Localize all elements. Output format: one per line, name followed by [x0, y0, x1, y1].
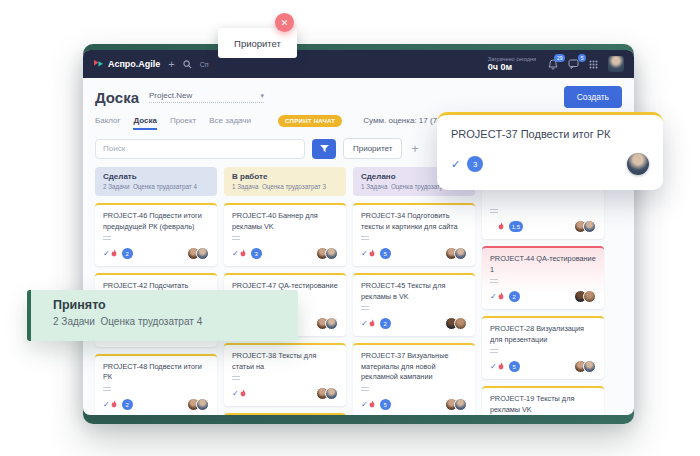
page-header: Доска Project.New ▾ Создать — [83, 78, 634, 111]
check-icon: ✓ — [361, 319, 368, 328]
task-footer: ✓ 2 — [490, 290, 596, 303]
check-icon: ✓ — [232, 389, 239, 398]
estimate-badge: 3 — [467, 156, 483, 172]
task-title: PROJECT-44 QA-тестирование 1 — [490, 254, 596, 275]
tab-all-tasks[interactable]: Все задачи — [209, 116, 251, 130]
task-footer: ✓ 1.5 — [490, 220, 596, 233]
assignee-avatar[interactable] — [196, 247, 209, 260]
user-avatar[interactable] — [608, 56, 624, 72]
assignee-avatar[interactable] — [325, 247, 338, 260]
check-icon: ✓ — [490, 292, 497, 301]
check-icon: ✓ — [451, 158, 460, 171]
estimate-badge: 3 — [251, 248, 262, 259]
task-card[interactable]: PROJECT-38 Тексты для статьи на ✓ — [224, 343, 346, 406]
messages-count-badge: 5 — [578, 54, 586, 62]
task-footer: ✓ 3 — [232, 247, 338, 260]
check-icon: ✓ — [361, 249, 368, 258]
priority-filter-chip[interactable]: Приоритет — [343, 138, 402, 159]
avatar-group — [574, 220, 596, 233]
task-footer: ✓ 2 — [361, 317, 467, 330]
avatar-group — [445, 247, 467, 260]
notifications-bell-icon[interactable]: 29 — [548, 59, 558, 70]
estimate-badge: 5 — [380, 399, 391, 410]
add-filter-button[interactable]: + — [409, 143, 420, 155]
task-title: PROJECT-48 Подвести итоги РК — [103, 362, 209, 383]
task-card[interactable]: PROJECT-34 Подготовить тексты и картинки… — [353, 203, 475, 266]
apps-grid-icon[interactable] — [589, 60, 598, 69]
assignee-avatar[interactable] — [583, 220, 596, 233]
filter-button[interactable] — [312, 139, 336, 159]
column-title: В работе — [232, 172, 338, 181]
task-title: PROJECT-28 Визуализация для презентации — [490, 324, 596, 345]
column-done: Сделано 1 Задача Оценка трудозатрат PROJ… — [353, 167, 475, 415]
check-icon: ✓ — [232, 249, 239, 258]
avatar-group — [187, 247, 209, 260]
check-icon: ✓ — [361, 400, 368, 409]
task-card[interactable]: PROJECT-45 Тексты для рекламы в VK ✓ 2 — [353, 273, 475, 336]
description-icon — [490, 279, 498, 284]
assignee-avatar[interactable] — [454, 247, 467, 260]
task-card[interactable]: PROJECT-19 Тексты для рекламы VK ✓ 5 — [482, 386, 604, 415]
flame-icon — [497, 222, 505, 232]
avatar-group — [445, 317, 467, 330]
nav-menu-text[interactable]: Сп — [200, 61, 209, 68]
task-card[interactable]: PROJECT-28 Визуализация для презентации … — [482, 316, 604, 379]
time-spent-value: 0ч 0м — [488, 62, 536, 72]
create-button[interactable]: Создать — [564, 86, 622, 108]
search-input[interactable] — [95, 139, 305, 159]
avatar-group — [316, 317, 338, 330]
notifications-count-badge: 29 — [554, 54, 565, 62]
estimate-badge: 2 — [122, 248, 133, 259]
estimate-badge: 5 — [380, 248, 391, 259]
task-card[interactable]: теории ✓ 3 — [224, 413, 346, 415]
task-card[interactable]: PROJECT-44 QA-тестирование 1 ✓ 2 — [482, 246, 604, 309]
task-title: PROJECT-34 Подготовить тексты и картинки… — [361, 211, 467, 232]
app-logo[interactable]: Аспро.Agile — [93, 59, 160, 69]
close-icon[interactable]: ✕ — [275, 13, 294, 32]
callout-subtitle: 2 Задачи Оценка трудозатрат 4 — [53, 316, 298, 327]
task-card[interactable]: PROJECT-40 Баннер для рекламы VK ✓ 3 — [224, 203, 346, 266]
navbar-right: Затрачено сегодня 0ч 0м 29 5 — [488, 56, 624, 72]
description-icon — [490, 349, 498, 354]
tab-board[interactable]: Доска — [133, 116, 156, 130]
column-header: В работе 1 Задача Оценка трудозатрат 3 — [224, 167, 346, 196]
description-icon — [103, 236, 111, 241]
flame-icon — [368, 400, 376, 410]
flame-icon — [239, 249, 247, 259]
flame-icon — [497, 362, 505, 372]
tab-project[interactable]: Проект — [170, 116, 196, 130]
assignee-avatar[interactable] — [583, 360, 596, 373]
search-icon[interactable] — [183, 60, 192, 69]
task-card[interactable]: PROJECT-48 Подвести итоги РК ✓ 2 — [95, 354, 217, 415]
column-subtitle: 1 Задача Оценка трудозатрат 3 — [232, 183, 338, 190]
check-icon: ✓ — [103, 249, 110, 258]
description-icon — [103, 387, 111, 392]
accepted-column-callout: Принято 2 Задачи Оценка трудозатрат 4 — [27, 290, 298, 341]
column-title: Сделать — [103, 172, 209, 181]
add-quick-button[interactable]: + — [168, 59, 174, 70]
messages-icon[interactable]: 5 — [568, 59, 579, 69]
task-title: PROJECT-46 Подвести итоги предыдущей РК … — [103, 211, 209, 232]
tab-backlog[interactable]: Баклог — [95, 116, 120, 130]
task-card[interactable]: PROJECT-37 Визуальные материалы для ново… — [353, 343, 475, 415]
top-navbar: Аспро.Agile + Сп Затрачено сегодня 0ч 0м… — [83, 50, 634, 78]
assignee-avatar[interactable] — [583, 290, 596, 303]
flame-icon — [110, 249, 118, 259]
highlighted-task-card[interactable]: PROJECT-37 Подвести итог РК ✓ 3 — [437, 112, 663, 190]
assignee-avatar[interactable] — [454, 398, 467, 411]
assignee-avatar[interactable] — [454, 317, 467, 330]
assignee-avatar[interactable] — [325, 317, 338, 330]
column-accepted: ✓ 1.5 PROJECT-44 QA-тестирование 1 ✓ 2 — [482, 167, 604, 415]
assignee-avatar[interactable] — [196, 398, 209, 411]
check-icon: ✓ — [103, 400, 110, 409]
task-card[interactable]: ✓ 1.5 — [482, 187, 604, 239]
assignee-avatar[interactable] — [325, 387, 338, 400]
chevron-down-icon: ▾ — [261, 92, 265, 100]
avatar-group — [574, 290, 596, 303]
assignee-avatar[interactable] — [627, 153, 649, 175]
time-spent: Затрачено сегодня 0ч 0м — [488, 56, 536, 72]
description-icon — [361, 387, 369, 392]
task-footer: ✓ 3 — [451, 153, 649, 175]
task-card[interactable]: PROJECT-46 Подвести итоги предыдущей РК … — [95, 203, 217, 266]
project-selector[interactable]: Project.New ▾ — [149, 91, 264, 103]
